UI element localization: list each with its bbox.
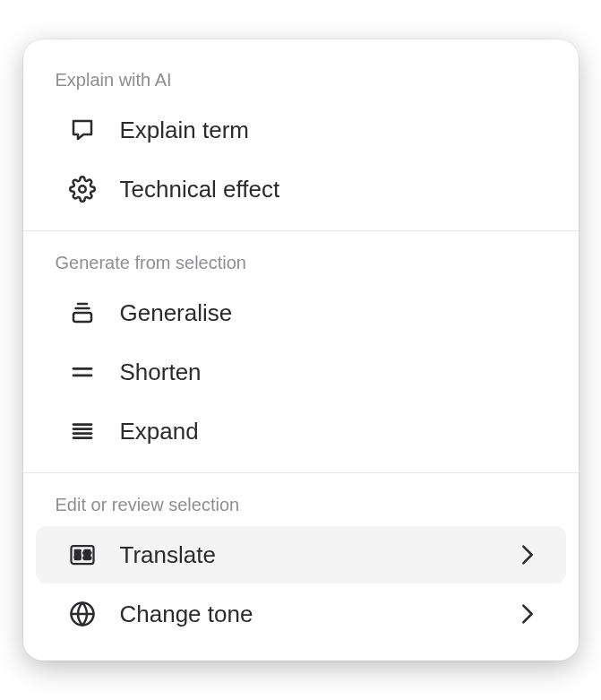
- equals-icon: [68, 358, 97, 386]
- chevron-right-icon: [521, 603, 534, 625]
- menu-item-label: Shorten: [120, 359, 534, 386]
- svg-point-0: [79, 186, 86, 193]
- gear-icon: [68, 175, 97, 203]
- menu-item-label: Generalise: [120, 299, 534, 327]
- chat-icon: [68, 116, 97, 144]
- divider: [23, 472, 579, 473]
- lines-icon: [68, 417, 97, 445]
- globe-icon: [68, 600, 97, 628]
- menu-item-translate[interactable]: A 文 Translate: [36, 526, 566, 583]
- menu-item-label: Technical effect: [120, 176, 534, 203]
- menu-item-technical-effect[interactable]: Technical effect: [36, 160, 566, 218]
- chevron-right-icon: [521, 544, 534, 566]
- divider: [23, 230, 579, 231]
- translate-icon: A 文: [68, 540, 97, 569]
- menu-item-label: Explain term: [120, 117, 534, 144]
- stack-icon: [68, 298, 97, 327]
- section-header-explain: Explain with AI: [23, 65, 579, 99]
- menu-item-shorten[interactable]: Shorten: [36, 343, 566, 401]
- ai-actions-panel: Explain with AI Explain term Technical e…: [23, 39, 579, 661]
- svg-text:A: A: [74, 550, 81, 559]
- svg-rect-3: [73, 313, 91, 322]
- menu-item-label: Change tone: [120, 601, 498, 628]
- section-header-edit: Edit or review selection: [23, 489, 579, 524]
- menu-item-change-tone[interactable]: Change tone: [36, 585, 566, 643]
- menu-item-explain-term[interactable]: Explain term: [36, 101, 566, 159]
- menu-item-label: Translate: [120, 541, 498, 569]
- menu-item-label: Expand: [120, 418, 534, 445]
- section-header-generate: Generate from selection: [23, 247, 579, 282]
- menu-item-generalise[interactable]: Generalise: [36, 284, 566, 341]
- menu-item-expand[interactable]: Expand: [36, 402, 566, 460]
- svg-text:文: 文: [82, 550, 90, 559]
